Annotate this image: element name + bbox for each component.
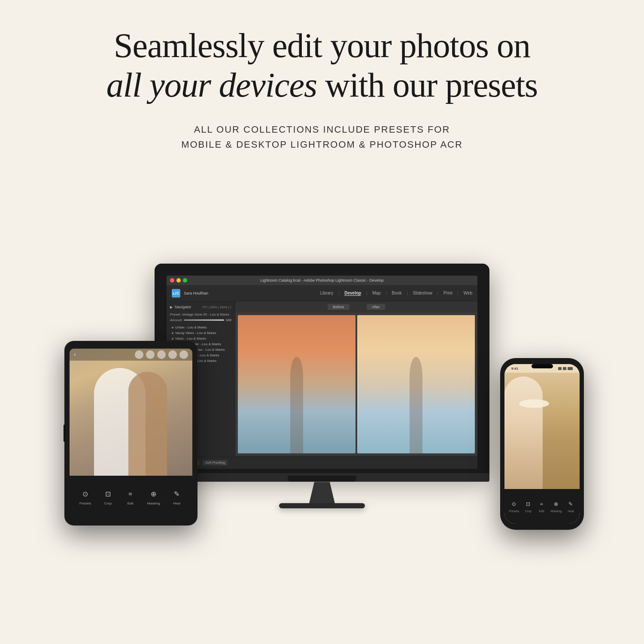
phone-toolbar: ⊙ Presets ⊡ Crop ≡ Edit ⊕ Masking xyxy=(504,489,580,524)
tablet-icon-4[interactable] xyxy=(168,350,177,359)
tablet-screen: ‹ ⊙ Presets xyxy=(70,349,192,518)
devices-section: Lightroom Catalog.lrcat - Adobe Photosho… xyxy=(0,173,644,560)
tablet-tool-presets[interactable]: ⊙ Presets xyxy=(79,489,91,505)
tablet-photo: ‹ xyxy=(70,349,192,476)
wifi-icon xyxy=(563,367,566,370)
header-section: Seamlessly edit your photos on all your … xyxy=(72,0,572,161)
phone-tool-heal[interactable]: ✎ Heal xyxy=(566,500,575,513)
tablet-icon-1[interactable] xyxy=(135,350,143,359)
lr-body: ▶ Navigator FIT | 100% | 200% | 1 Preset… xyxy=(167,301,477,456)
tablet-device: ‹ ⊙ Presets xyxy=(64,341,197,526)
subtitle-line1: ALL OUR COLLECTIONS INCLUDE PRESETS FOR xyxy=(194,124,450,135)
phone-crop-icon: ⊡ xyxy=(524,500,532,508)
phone-presets-label: Presets xyxy=(509,510,519,513)
maximize-button[interactable] xyxy=(183,278,187,283)
lr-username: Sara Houlihan xyxy=(184,291,208,295)
phone-masking-label: Masking xyxy=(550,510,562,513)
tablet-more-icon[interactable] xyxy=(179,350,188,359)
amount-row: Amount 100 xyxy=(170,318,231,322)
phone-person xyxy=(504,377,543,489)
crop-icon: ⊡ xyxy=(102,489,113,500)
phone-tool-edit[interactable]: ≡ Edit xyxy=(537,500,546,513)
tablet-tool-heal[interactable]: ✎ Heal xyxy=(171,489,182,505)
tablet-wrapper: ‹ ⊙ Presets xyxy=(64,341,197,526)
before-photo-image xyxy=(238,315,355,453)
presets-label: Presets xyxy=(79,501,91,505)
nav-web[interactable]: Web xyxy=(464,291,472,295)
before-photo xyxy=(238,315,355,453)
crop-label: Crop xyxy=(104,501,112,505)
lr-titlebar: Lightroom Catalog.lrcat - Adobe Photosho… xyxy=(167,276,477,285)
laptop-screen: Lightroom Catalog.lrcat - Adobe Photosho… xyxy=(167,276,477,469)
back-icon[interactable]: ‹ xyxy=(74,351,76,358)
tablet-tool-masking[interactable]: ⊕ Masking xyxy=(147,489,160,505)
phone-device: 9:41 ⊙ Presets xyxy=(500,358,584,530)
lr-topbar: LrC Sara Houlihan Library | Develop | Ma… xyxy=(167,285,477,301)
preset-item-2[interactable]: Vacay Vibes - Lou & Marks xyxy=(170,330,231,336)
tablet-icon-3[interactable] xyxy=(157,350,166,359)
heal-icon: ✎ xyxy=(171,489,182,500)
heal-label: Heal xyxy=(173,501,180,505)
phone-photo xyxy=(504,364,580,489)
after-btn[interactable]: After xyxy=(367,304,385,310)
tablet-topbar: ‹ xyxy=(70,349,192,361)
preset-label: Preset: Vintage Glow 05 - Lou & Marks xyxy=(170,313,231,316)
photo-comparison xyxy=(235,313,477,456)
after-photo xyxy=(357,315,475,453)
before-btn[interactable]: Before xyxy=(328,304,349,310)
title-line1: Seamlessly edit your photos on xyxy=(114,27,530,64)
signal-icon xyxy=(558,367,562,370)
laptop-bezel: Lightroom Catalog.lrcat - Adobe Photosho… xyxy=(155,264,489,473)
lr-window-controls xyxy=(170,278,187,283)
battery-icon xyxy=(568,367,573,370)
main-title: Seamlessly edit your photos on all your … xyxy=(106,26,538,105)
edit-label: Edit xyxy=(128,501,134,505)
tablet-side-button xyxy=(64,425,65,442)
title-line2: with our presets xyxy=(325,66,538,104)
lr-bottombar: Before & After... Soft Proofing xyxy=(167,456,477,469)
masking-icon: ⊕ xyxy=(148,489,159,500)
nav-library[interactable]: Library xyxy=(320,291,334,295)
monitor-base xyxy=(279,503,365,508)
minimize-button[interactable] xyxy=(176,278,181,283)
phone-wrapper: 9:41 ⊙ Presets xyxy=(500,358,584,530)
phone-edit-label: Edit xyxy=(539,510,544,513)
phone-tool-crop[interactable]: ⊡ Crop xyxy=(524,500,532,513)
nav-develop[interactable]: Develop xyxy=(344,291,361,296)
soft-proofing-btn[interactable]: Soft Proofing xyxy=(203,460,228,465)
tablet-toolbar-icons xyxy=(135,350,188,359)
phone-screen: 9:41 ⊙ Presets xyxy=(504,364,580,524)
lr-main-area: Before After xyxy=(235,301,477,456)
laptop-stand xyxy=(155,473,489,482)
phone-heal-label: Heal xyxy=(568,510,574,513)
phone-tool-presets[interactable]: ⊙ Presets xyxy=(509,500,519,513)
lr-logo: LrC xyxy=(172,289,180,298)
masking-label: Masking xyxy=(147,501,160,505)
phone-heal-icon: ✎ xyxy=(566,500,575,508)
close-button[interactable] xyxy=(170,278,174,283)
nav-map[interactable]: Map xyxy=(372,291,380,295)
nav-book[interactable]: Book xyxy=(392,291,402,295)
lr-window-title: Lightroom Catalog.lrcat - Adobe Photosho… xyxy=(260,278,383,283)
tablet-tool-edit[interactable]: ≡ Edit xyxy=(125,489,136,505)
subtitle-line2: MOBILE & DESKTOP LIGHTROOM & PHOTOSHOP A… xyxy=(181,139,463,150)
tablet-icon-2[interactable] xyxy=(146,350,155,359)
laptop-base xyxy=(288,476,356,482)
phone-notch xyxy=(532,364,553,368)
monitor-arm xyxy=(309,482,335,503)
presets-icon: ⊙ xyxy=(80,489,91,500)
amount-value: 100 xyxy=(226,318,231,322)
nav-print[interactable]: Print xyxy=(444,291,453,295)
nav-slideshow[interactable]: Slideshow xyxy=(413,291,432,295)
phone-tool-masking[interactable]: ⊕ Masking xyxy=(550,500,562,513)
lr-navigation: Library | Develop | Map | Book | Slidesh… xyxy=(320,291,472,296)
phone-presets-icon: ⊙ xyxy=(510,500,518,508)
subtitle: ALL OUR COLLECTIONS INCLUDE PRESETS FOR … xyxy=(106,122,538,152)
before-after-toggle: Before After xyxy=(235,301,477,313)
amount-label: Amount xyxy=(170,318,182,322)
phone-status-icons xyxy=(558,367,573,370)
preset-item-1[interactable]: Urban - Lou & Marks xyxy=(170,325,231,330)
amount-slider[interactable] xyxy=(184,319,224,321)
phone-edit-icon: ≡ xyxy=(537,500,546,508)
tablet-tool-crop[interactable]: ⊡ Crop xyxy=(102,489,113,505)
